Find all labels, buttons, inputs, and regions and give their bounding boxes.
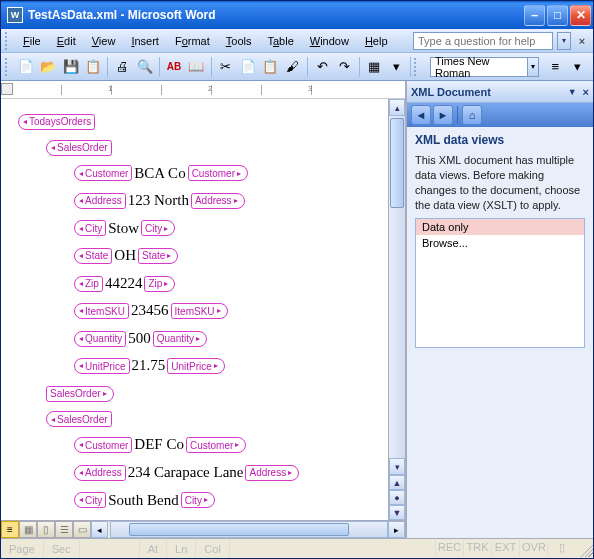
hscroll-track[interactable]	[110, 521, 388, 538]
browse-object-button[interactable]: ●	[389, 490, 405, 505]
xml-value[interactable]: 23456	[130, 302, 170, 318]
xml-tag-open[interactable]: Customer	[74, 165, 132, 181]
toolbar-options-button[interactable]: ▾	[386, 56, 406, 78]
xml-tag-close[interactable]: Quantity	[153, 331, 207, 347]
minimize-button[interactable]: –	[524, 5, 545, 26]
xml-value[interactable]: 123 North	[127, 192, 190, 208]
menu-help[interactable]: Help	[357, 32, 396, 50]
xml-tag-close[interactable]: SalesOrder	[46, 386, 114, 402]
task-pane-close-button[interactable]: ×	[583, 86, 589, 98]
xml-tag-open[interactable]: TodaysOrders	[18, 114, 95, 130]
menu-format[interactable]: Format	[167, 32, 218, 50]
xml-tag-open[interactable]: Customer	[74, 437, 132, 453]
copy-button[interactable]: 📄	[238, 56, 258, 78]
xml-value[interactable]: IN	[113, 519, 131, 520]
bullets-button[interactable]: ≡	[545, 56, 565, 78]
tab-selector-icon[interactable]	[1, 83, 13, 95]
xml-value[interactable]: BCA Co	[133, 165, 186, 181]
xml-value[interactable]: 234 Carapace Lane	[127, 464, 245, 480]
pane-home-button[interactable]: ⌂	[462, 105, 482, 125]
xml-tag-close[interactable]: City	[181, 492, 215, 508]
xml-tag-close[interactable]: State	[138, 248, 178, 264]
xml-tag-close[interactable]: Customer	[188, 165, 248, 181]
scroll-left-button[interactable]: ◂	[91, 521, 108, 538]
xml-tag-close[interactable]: City	[141, 220, 175, 236]
close-button[interactable]: ✕	[570, 5, 591, 26]
scroll-right-button[interactable]: ▸	[388, 521, 405, 538]
xml-tag-open[interactable]: Address	[74, 193, 126, 209]
permission-button[interactable]: 📋	[83, 56, 103, 78]
pane-back-button[interactable]: ◄	[411, 105, 431, 125]
scroll-thumb[interactable]	[390, 118, 404, 208]
hscroll-thumb[interactable]	[129, 523, 349, 536]
list-item[interactable]: Data only	[416, 219, 584, 235]
xml-tag-close[interactable]: UnitPrice	[167, 358, 225, 374]
xml-tag-open[interactable]: Address	[74, 465, 126, 481]
web-layout-view-button[interactable]: ▦	[19, 521, 37, 538]
research-button[interactable]: 📖	[186, 56, 206, 78]
scroll-up-button[interactable]: ▴	[389, 99, 405, 116]
xml-tag-open[interactable]: City	[74, 492, 106, 508]
xml-view-list[interactable]: Data only Browse...	[415, 218, 585, 348]
scroll-down-button[interactable]: ▾	[389, 458, 405, 475]
menu-tools[interactable]: Tools	[218, 32, 260, 50]
paste-button[interactable]: 📋	[260, 56, 280, 78]
help-search-input[interactable]	[413, 32, 553, 50]
xml-tag-open[interactable]: ItemSKU	[74, 303, 129, 319]
xml-tag-open[interactable]: SalesOrder	[46, 140, 112, 156]
spellcheck-button[interactable]: AB	[164, 56, 184, 78]
xml-value[interactable]: 44224	[104, 275, 144, 291]
vertical-scrollbar[interactable]: ▴ ▾ ▲ ● ▼	[388, 99, 405, 520]
menu-window[interactable]: Window	[302, 32, 357, 50]
reading-layout-view-button[interactable]: ▭	[73, 521, 91, 538]
save-button[interactable]: 💾	[60, 56, 80, 78]
scroll-track[interactable]	[389, 116, 405, 458]
xml-value[interactable]: South Bend	[107, 492, 179, 508]
status-ext[interactable]: EXT	[491, 541, 519, 557]
xml-value[interactable]: OH	[113, 247, 137, 263]
print-button[interactable]: 🖨	[112, 56, 132, 78]
toolbar-grip-icon[interactable]	[5, 32, 11, 50]
xml-tag-open[interactable]: City	[74, 220, 106, 236]
toolbar-grip-icon[interactable]	[414, 58, 420, 76]
cut-button[interactable]: ✂	[215, 56, 235, 78]
font-name-combo[interactable]: Times New Roman	[430, 57, 528, 77]
xml-tag-close[interactable]: Zip	[144, 276, 175, 292]
xml-tag-close[interactable]: Address	[245, 465, 299, 481]
menu-table[interactable]: Table	[259, 32, 301, 50]
font-dropdown-button[interactable]: ▾	[528, 57, 539, 77]
outline-view-button[interactable]: ☰	[55, 521, 73, 538]
next-page-button[interactable]: ▼	[389, 505, 405, 520]
status-ovr[interactable]: OVR	[519, 541, 547, 557]
menu-insert[interactable]: Insert	[123, 32, 167, 50]
menubar-close-icon[interactable]: ×	[575, 34, 589, 48]
xml-tag-open[interactable]: Quantity	[74, 331, 126, 347]
document-body[interactable]: TodaysOrders SalesOrder CustomerBCA CoCu…	[1, 99, 388, 520]
pane-forward-button[interactable]: ►	[433, 105, 453, 125]
menu-edit[interactable]: Edit	[49, 32, 84, 50]
xml-tag-close[interactable]: Address	[191, 193, 245, 209]
xml-value[interactable]: DEF Co	[133, 436, 185, 452]
tables-button[interactable]: ▦	[364, 56, 384, 78]
xml-value[interactable]: Stow	[107, 220, 140, 236]
task-pane-menu-button[interactable]: ▼	[568, 87, 577, 97]
list-item[interactable]: Browse...	[416, 235, 584, 251]
xml-tag-open[interactable]: SalesOrder	[46, 411, 112, 427]
xml-tag-open[interactable]: Zip	[74, 276, 103, 292]
xml-tag-close[interactable]: Customer	[186, 437, 246, 453]
print-preview-button[interactable]: 🔍	[135, 56, 155, 78]
xml-tag-close[interactable]: ItemSKU	[171, 303, 228, 319]
undo-button[interactable]: ↶	[312, 56, 332, 78]
redo-button[interactable]: ↷	[334, 56, 354, 78]
normal-view-button[interactable]: ≡	[1, 521, 19, 538]
xml-tag-open[interactable]: State	[74, 248, 112, 264]
xml-value[interactable]: 500	[127, 330, 152, 346]
format-painter-button[interactable]: 🖌	[283, 56, 303, 78]
menu-file[interactable]: File	[15, 32, 49, 50]
toolbar-grip-icon[interactable]	[5, 58, 11, 76]
horizontal-ruler[interactable]: 1 2 3	[1, 81, 405, 99]
menu-view[interactable]: View	[84, 32, 124, 50]
prev-page-button[interactable]: ▲	[389, 475, 405, 490]
xml-value[interactable]: 21.75	[131, 357, 167, 373]
toolbar-options-button[interactable]: ▾	[568, 56, 588, 78]
